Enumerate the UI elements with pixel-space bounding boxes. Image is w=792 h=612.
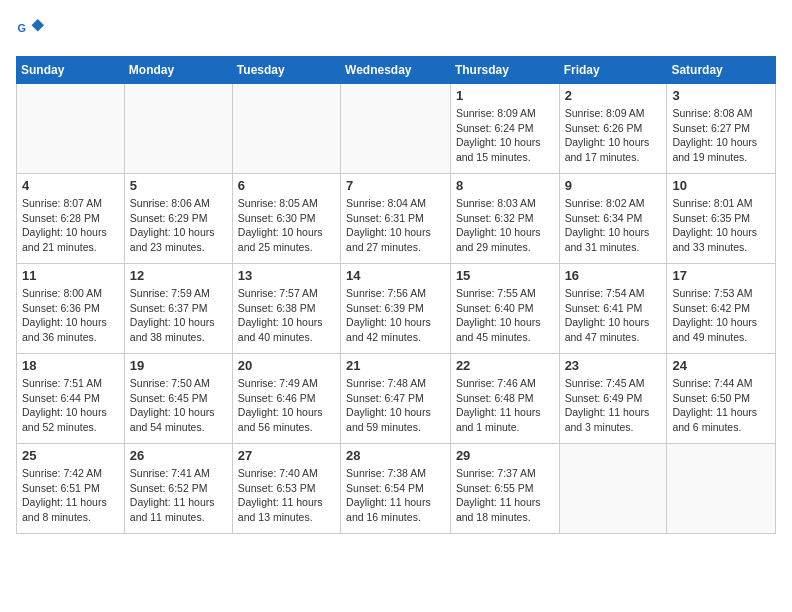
- calendar-cell: [232, 84, 340, 174]
- day-number: 27: [238, 448, 335, 463]
- calendar-cell: [341, 84, 451, 174]
- calendar-cell: 27Sunrise: 7:40 AM Sunset: 6:53 PM Dayli…: [232, 444, 340, 534]
- calendar-week-1: 1Sunrise: 8:09 AM Sunset: 6:24 PM Daylig…: [17, 84, 776, 174]
- day-info: Sunrise: 7:44 AM Sunset: 6:50 PM Dayligh…: [672, 376, 770, 435]
- calendar-table: SundayMondayTuesdayWednesdayThursdayFrid…: [16, 56, 776, 534]
- calendar-cell: 15Sunrise: 7:55 AM Sunset: 6:40 PM Dayli…: [450, 264, 559, 354]
- calendar-cell: 13Sunrise: 7:57 AM Sunset: 6:38 PM Dayli…: [232, 264, 340, 354]
- day-number: 24: [672, 358, 770, 373]
- day-info: Sunrise: 7:56 AM Sunset: 6:39 PM Dayligh…: [346, 286, 445, 345]
- calendar-cell: 28Sunrise: 7:38 AM Sunset: 6:54 PM Dayli…: [341, 444, 451, 534]
- calendar-cell: 6Sunrise: 8:05 AM Sunset: 6:30 PM Daylig…: [232, 174, 340, 264]
- calendar-cell: 3Sunrise: 8:08 AM Sunset: 6:27 PM Daylig…: [667, 84, 776, 174]
- calendar-cell: 29Sunrise: 7:37 AM Sunset: 6:55 PM Dayli…: [450, 444, 559, 534]
- calendar-cell: 17Sunrise: 7:53 AM Sunset: 6:42 PM Dayli…: [667, 264, 776, 354]
- day-info: Sunrise: 7:46 AM Sunset: 6:48 PM Dayligh…: [456, 376, 554, 435]
- logo-icon: G: [16, 16, 44, 44]
- calendar-cell: 24Sunrise: 7:44 AM Sunset: 6:50 PM Dayli…: [667, 354, 776, 444]
- day-number: 28: [346, 448, 445, 463]
- day-number: 6: [238, 178, 335, 193]
- calendar-cell: 4Sunrise: 8:07 AM Sunset: 6:28 PM Daylig…: [17, 174, 125, 264]
- day-info: Sunrise: 7:38 AM Sunset: 6:54 PM Dayligh…: [346, 466, 445, 525]
- day-number: 15: [456, 268, 554, 283]
- calendar-cell: 8Sunrise: 8:03 AM Sunset: 6:32 PM Daylig…: [450, 174, 559, 264]
- calendar-cell: 18Sunrise: 7:51 AM Sunset: 6:44 PM Dayli…: [17, 354, 125, 444]
- calendar-cell: 22Sunrise: 7:46 AM Sunset: 6:48 PM Dayli…: [450, 354, 559, 444]
- calendar-week-4: 18Sunrise: 7:51 AM Sunset: 6:44 PM Dayli…: [17, 354, 776, 444]
- calendar-body: 1Sunrise: 8:09 AM Sunset: 6:24 PM Daylig…: [17, 84, 776, 534]
- day-number: 7: [346, 178, 445, 193]
- day-number: 13: [238, 268, 335, 283]
- day-info: Sunrise: 7:54 AM Sunset: 6:41 PM Dayligh…: [565, 286, 662, 345]
- day-info: Sunrise: 7:40 AM Sunset: 6:53 PM Dayligh…: [238, 466, 335, 525]
- day-number: 16: [565, 268, 662, 283]
- day-number: 12: [130, 268, 227, 283]
- day-number: 25: [22, 448, 119, 463]
- logo: G: [16, 16, 48, 44]
- day-number: 19: [130, 358, 227, 373]
- calendar-cell: [667, 444, 776, 534]
- calendar-header-saturday: Saturday: [667, 57, 776, 84]
- svg-marker-1: [32, 19, 44, 31]
- day-info: Sunrise: 8:09 AM Sunset: 6:26 PM Dayligh…: [565, 106, 662, 165]
- day-info: Sunrise: 8:04 AM Sunset: 6:31 PM Dayligh…: [346, 196, 445, 255]
- day-number: 11: [22, 268, 119, 283]
- calendar-cell: 9Sunrise: 8:02 AM Sunset: 6:34 PM Daylig…: [559, 174, 667, 264]
- day-number: 8: [456, 178, 554, 193]
- day-number: 9: [565, 178, 662, 193]
- calendar-header-tuesday: Tuesday: [232, 57, 340, 84]
- day-number: 22: [456, 358, 554, 373]
- day-number: 17: [672, 268, 770, 283]
- calendar-header-thursday: Thursday: [450, 57, 559, 84]
- day-info: Sunrise: 7:55 AM Sunset: 6:40 PM Dayligh…: [456, 286, 554, 345]
- calendar-cell: 25Sunrise: 7:42 AM Sunset: 6:51 PM Dayli…: [17, 444, 125, 534]
- calendar-cell: 12Sunrise: 7:59 AM Sunset: 6:37 PM Dayli…: [124, 264, 232, 354]
- calendar-cell: 1Sunrise: 8:09 AM Sunset: 6:24 PM Daylig…: [450, 84, 559, 174]
- day-number: 21: [346, 358, 445, 373]
- day-info: Sunrise: 8:02 AM Sunset: 6:34 PM Dayligh…: [565, 196, 662, 255]
- day-info: Sunrise: 7:49 AM Sunset: 6:46 PM Dayligh…: [238, 376, 335, 435]
- calendar-header-sunday: Sunday: [17, 57, 125, 84]
- calendar-week-2: 4Sunrise: 8:07 AM Sunset: 6:28 PM Daylig…: [17, 174, 776, 264]
- calendar-header-monday: Monday: [124, 57, 232, 84]
- calendar-cell: 16Sunrise: 7:54 AM Sunset: 6:41 PM Dayli…: [559, 264, 667, 354]
- calendar-cell: [124, 84, 232, 174]
- day-number: 18: [22, 358, 119, 373]
- calendar-cell: [17, 84, 125, 174]
- day-number: 14: [346, 268, 445, 283]
- calendar-header-wednesday: Wednesday: [341, 57, 451, 84]
- day-info: Sunrise: 7:42 AM Sunset: 6:51 PM Dayligh…: [22, 466, 119, 525]
- day-info: Sunrise: 7:45 AM Sunset: 6:49 PM Dayligh…: [565, 376, 662, 435]
- calendar-cell: 19Sunrise: 7:50 AM Sunset: 6:45 PM Dayli…: [124, 354, 232, 444]
- calendar-cell: 23Sunrise: 7:45 AM Sunset: 6:49 PM Dayli…: [559, 354, 667, 444]
- day-info: Sunrise: 8:09 AM Sunset: 6:24 PM Dayligh…: [456, 106, 554, 165]
- day-info: Sunrise: 7:53 AM Sunset: 6:42 PM Dayligh…: [672, 286, 770, 345]
- svg-text:G: G: [18, 22, 26, 34]
- day-info: Sunrise: 8:08 AM Sunset: 6:27 PM Dayligh…: [672, 106, 770, 165]
- day-info: Sunrise: 8:03 AM Sunset: 6:32 PM Dayligh…: [456, 196, 554, 255]
- day-info: Sunrise: 8:07 AM Sunset: 6:28 PM Dayligh…: [22, 196, 119, 255]
- calendar-cell: 2Sunrise: 8:09 AM Sunset: 6:26 PM Daylig…: [559, 84, 667, 174]
- calendar-header-row: SundayMondayTuesdayWednesdayThursdayFrid…: [17, 57, 776, 84]
- day-number: 5: [130, 178, 227, 193]
- page-header: G: [16, 16, 776, 44]
- day-info: Sunrise: 7:37 AM Sunset: 6:55 PM Dayligh…: [456, 466, 554, 525]
- day-info: Sunrise: 8:05 AM Sunset: 6:30 PM Dayligh…: [238, 196, 335, 255]
- day-number: 20: [238, 358, 335, 373]
- calendar-cell: [559, 444, 667, 534]
- calendar-cell: 26Sunrise: 7:41 AM Sunset: 6:52 PM Dayli…: [124, 444, 232, 534]
- day-info: Sunrise: 7:48 AM Sunset: 6:47 PM Dayligh…: [346, 376, 445, 435]
- calendar-week-3: 11Sunrise: 8:00 AM Sunset: 6:36 PM Dayli…: [17, 264, 776, 354]
- day-number: 29: [456, 448, 554, 463]
- calendar-week-5: 25Sunrise: 7:42 AM Sunset: 6:51 PM Dayli…: [17, 444, 776, 534]
- day-number: 3: [672, 88, 770, 103]
- day-info: Sunrise: 7:51 AM Sunset: 6:44 PM Dayligh…: [22, 376, 119, 435]
- day-number: 26: [130, 448, 227, 463]
- day-info: Sunrise: 8:00 AM Sunset: 6:36 PM Dayligh…: [22, 286, 119, 345]
- day-info: Sunrise: 7:50 AM Sunset: 6:45 PM Dayligh…: [130, 376, 227, 435]
- day-number: 1: [456, 88, 554, 103]
- calendar-cell: 10Sunrise: 8:01 AM Sunset: 6:35 PM Dayli…: [667, 174, 776, 264]
- calendar-cell: 20Sunrise: 7:49 AM Sunset: 6:46 PM Dayli…: [232, 354, 340, 444]
- day-number: 2: [565, 88, 662, 103]
- calendar-cell: 5Sunrise: 8:06 AM Sunset: 6:29 PM Daylig…: [124, 174, 232, 264]
